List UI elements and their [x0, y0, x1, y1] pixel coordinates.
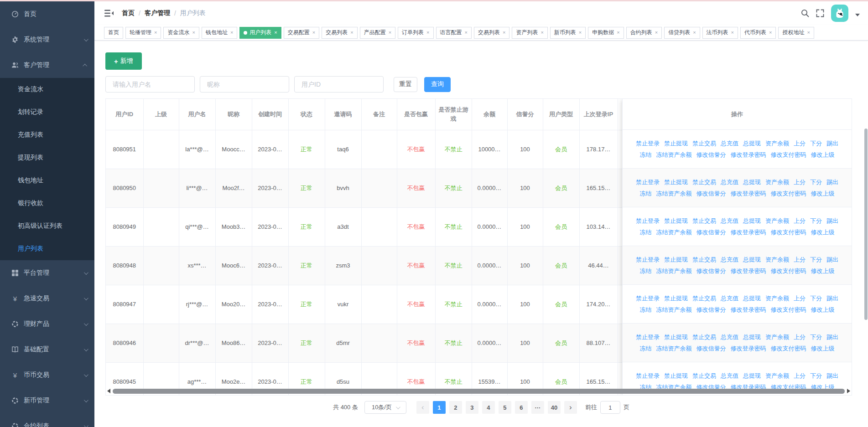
tab-wallet-address[interactable]: 钱包地址×: [202, 27, 237, 39]
hamburger-icon[interactable]: [104, 9, 114, 17]
add-user-button[interactable]: + 新增: [105, 52, 142, 70]
op-forbid-withdraw[interactable]: 禁止提现: [664, 140, 688, 147]
op-kick-out[interactable]: 踢出: [826, 179, 838, 185]
op-total-withdraw[interactable]: 总提现: [743, 217, 761, 224]
op-add-score[interactable]: 上分: [794, 372, 806, 379]
op-asset-balance[interactable]: 资产余额: [765, 217, 789, 224]
user-id-input[interactable]: [294, 76, 384, 93]
op-forbid-login[interactable]: 禁止登录: [636, 334, 660, 340]
sidebar-subitem-transfer-records[interactable]: 划转记录: [0, 101, 94, 123]
op-total-deposit[interactable]: 总充值: [721, 256, 738, 263]
tab-home[interactable]: 首页: [104, 27, 123, 39]
breadcrumb-home[interactable]: 首页: [122, 9, 135, 17]
op-forbid-trade[interactable]: 禁止交易: [692, 179, 716, 185]
op-edit-parent[interactable]: 修改上级: [811, 345, 835, 352]
close-icon[interactable]: ×: [426, 30, 429, 35]
nickname-input[interactable]: [200, 76, 289, 93]
op-total-deposit[interactable]: 总充值: [721, 334, 738, 340]
tab-trade-config[interactable]: 交易配置×: [284, 27, 319, 39]
op-asset-balance[interactable]: 资产余额: [765, 140, 789, 147]
op-asset-balance[interactable]: 资产余额: [765, 334, 789, 340]
op-edit-login-password[interactable]: 修改登录密码: [731, 345, 766, 352]
tab-order-list[interactable]: 订单列表×: [398, 27, 433, 39]
op-forbid-trade[interactable]: 禁止交易: [692, 372, 716, 379]
search-icon[interactable]: [801, 9, 809, 17]
op-forbid-withdraw[interactable]: 禁止提现: [664, 372, 688, 379]
op-forbid-login[interactable]: 禁止登录: [636, 256, 660, 263]
tab-product-config[interactable]: 产品配置×: [360, 27, 395, 39]
op-freeze-asset-balance[interactable]: 冻结资产余额: [656, 345, 692, 352]
tab-new-coin-list[interactable]: 新币列表×: [550, 27, 586, 39]
op-add-score[interactable]: 上分: [794, 334, 806, 340]
close-icon[interactable]: ×: [693, 30, 696, 35]
op-forbid-withdraw[interactable]: 禁止提现: [664, 256, 688, 263]
sidebar-subitem-wallet-address[interactable]: 钱包地址: [0, 169, 94, 192]
sidebar-item-new-coin-manage[interactable]: 新币管理: [0, 388, 94, 413]
op-edit-credit[interactable]: 修改信誉分: [696, 268, 726, 274]
sidebar-item-customer-manage[interactable]: 客户管理: [0, 52, 94, 78]
op-forbid-trade[interactable]: 禁止交易: [692, 256, 716, 263]
close-icon[interactable]: ×: [541, 30, 543, 35]
op-sub-score[interactable]: 下分: [810, 372, 822, 379]
scroll-right-arrow-icon[interactable]: [847, 389, 850, 393]
op-freeze[interactable]: 冻结: [640, 268, 652, 274]
op-edit-parent[interactable]: 修改上级: [811, 268, 835, 274]
op-freeze[interactable]: 冻结: [640, 151, 652, 158]
op-forbid-login[interactable]: 禁止登录: [636, 295, 660, 302]
op-edit-login-password[interactable]: 修改登录密码: [731, 306, 766, 313]
op-forbid-login[interactable]: 禁止登录: [636, 179, 660, 185]
close-icon[interactable]: ×: [465, 30, 468, 35]
op-forbid-login[interactable]: 禁止登录: [636, 372, 660, 379]
page-6-button[interactable]: 6: [515, 401, 528, 414]
close-icon[interactable]: ×: [312, 30, 315, 35]
op-asset-balance[interactable]: 资产余额: [765, 372, 789, 379]
op-sub-score[interactable]: 下分: [810, 295, 822, 302]
close-icon[interactable]: ×: [274, 30, 277, 35]
op-freeze[interactable]: 冻结: [640, 345, 652, 352]
op-total-withdraw[interactable]: 总提现: [743, 334, 761, 340]
avatar[interactable]: [831, 5, 848, 22]
op-freeze[interactable]: 冻结: [640, 229, 652, 236]
close-icon[interactable]: ×: [503, 30, 505, 35]
tab-carousel-manage[interactable]: 轮播管理×: [125, 27, 161, 39]
op-edit-pay-password[interactable]: 修改支付密码: [771, 306, 806, 313]
pages-more-button[interactable]: ···: [531, 401, 544, 414]
op-kick-out[interactable]: 踢出: [826, 256, 838, 263]
op-forbid-trade[interactable]: 禁止交易: [692, 140, 716, 147]
op-total-deposit[interactable]: 总充值: [721, 295, 738, 302]
sidebar-item-platform-manage[interactable]: 平台管理: [0, 260, 94, 286]
op-total-deposit[interactable]: 总充值: [721, 217, 738, 224]
horizontal-scrollbar-thumb[interactable]: [113, 389, 845, 394]
op-kick-out[interactable]: 踢出: [826, 217, 838, 224]
op-edit-pay-password[interactable]: 修改支付密码: [771, 268, 806, 274]
op-total-deposit[interactable]: 总充值: [721, 179, 738, 185]
fullscreen-icon[interactable]: [816, 9, 824, 17]
tab-contract-list[interactable]: 合约列表×: [626, 27, 662, 39]
close-icon[interactable]: ×: [230, 30, 233, 35]
op-forbid-login[interactable]: 禁止登录: [636, 140, 660, 147]
page-3-button[interactable]: 3: [466, 401, 478, 414]
op-total-withdraw[interactable]: 总提现: [743, 295, 761, 302]
op-asset-balance[interactable]: 资产余额: [765, 179, 789, 185]
op-edit-login-password[interactable]: 修改登录密码: [731, 190, 766, 197]
op-total-withdraw[interactable]: 总提现: [743, 140, 761, 147]
op-kick-out[interactable]: 踢出: [826, 295, 838, 302]
op-edit-credit[interactable]: 修改信誉分: [696, 190, 726, 197]
op-freeze-asset-balance[interactable]: 冻结资产余额: [656, 151, 692, 158]
close-icon[interactable]: ×: [731, 30, 734, 35]
page-2-button[interactable]: 2: [449, 401, 462, 414]
sidebar-subitem-withdraw-list[interactable]: 提现列表: [0, 146, 94, 169]
op-edit-login-password[interactable]: 修改登录密码: [731, 229, 766, 236]
op-sub-score[interactable]: 下分: [810, 140, 822, 147]
tab-trade-list-1[interactable]: 交易列表×: [322, 27, 357, 39]
close-icon[interactable]: ×: [617, 30, 619, 35]
op-forbid-withdraw[interactable]: 禁止提现: [664, 217, 688, 224]
op-edit-credit[interactable]: 修改信誉分: [696, 151, 726, 158]
op-add-score[interactable]: 上分: [794, 256, 806, 263]
op-kick-out[interactable]: 踢出: [826, 140, 838, 147]
breadcrumb-customer-manage[interactable]: 客户管理: [145, 9, 170, 17]
op-sub-score[interactable]: 下分: [810, 256, 822, 263]
sidebar-subitem-user-list[interactable]: 用户列表: [0, 237, 94, 260]
op-edit-parent[interactable]: 修改上级: [811, 190, 835, 197]
tab-funds-flow[interactable]: 资金流水×: [163, 27, 199, 39]
